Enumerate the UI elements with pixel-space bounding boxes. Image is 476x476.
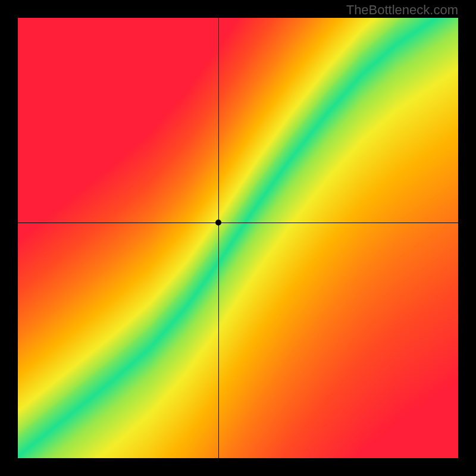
crosshair-vertical [218,18,219,458]
heatmap-canvas [18,18,458,458]
plot-area [18,18,458,458]
chart-container: { "watermark": "TheBottleneck.com", "cha… [0,0,476,476]
data-point-marker [215,220,221,226]
watermark-text: TheBottleneck.com [346,2,458,18]
crosshair-horizontal [18,223,458,223]
